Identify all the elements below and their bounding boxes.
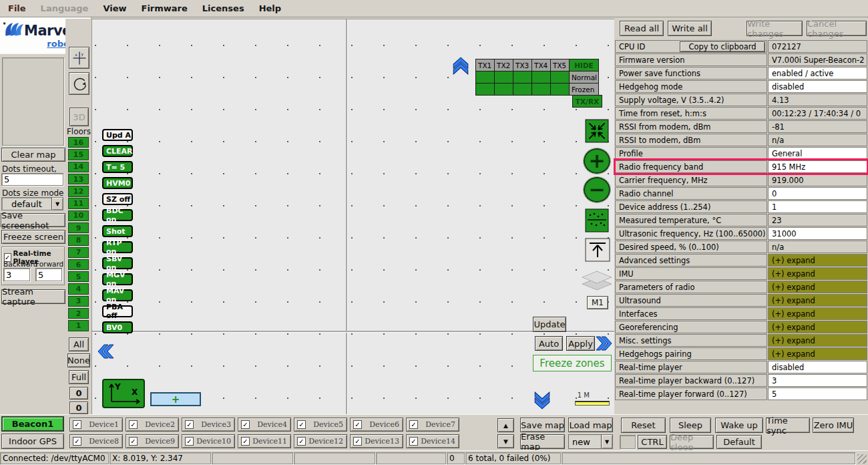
- checkbox-checked-icon[interactable]: ✓: [409, 437, 418, 446]
- save-screenshot-button[interactable]: Save screenshot: [1, 213, 65, 227]
- tx-header-tx5[interactable]: TX5: [550, 59, 570, 71]
- dots-timeout-input[interactable]: [1, 173, 63, 186]
- floor-button-1[interactable]: 1: [68, 320, 89, 331]
- checkbox-checked-icon[interactable]: ✓: [73, 437, 81, 446]
- write-all-button[interactable]: Write all: [668, 21, 712, 36]
- device-scroll-up-button[interactable]: ▲: [497, 418, 514, 432]
- floor-button-7[interactable]: 7: [68, 247, 89, 258]
- device-toggle-device7[interactable]: ✓Device7: [406, 418, 459, 432]
- checkbox-checked-icon[interactable]: ✓: [129, 420, 138, 429]
- param-value[interactable]: disabled: [768, 80, 867, 93]
- chevron-up-icon[interactable]: [452, 56, 469, 75]
- checkbox-checked-icon[interactable]: ✓: [241, 437, 250, 446]
- reset-button[interactable]: Reset: [621, 418, 666, 433]
- menu-firmware[interactable]: Firmware: [139, 2, 190, 15]
- menu-help[interactable]: Help: [256, 2, 284, 15]
- device-toggle-device1[interactable]: ✓Device1: [69, 418, 123, 432]
- tx-cell[interactable]: [550, 71, 570, 84]
- tx-cell[interactable]: [513, 83, 532, 96]
- tx-cell[interactable]: [531, 83, 551, 96]
- param-value[interactable]: (+) expand: [768, 281, 867, 293]
- fit-view-icon[interactable]: [585, 119, 609, 146]
- tx-hide-button[interactable]: HIDE: [569, 59, 599, 71]
- device-toggle-device4[interactable]: ✓Device4: [238, 418, 291, 432]
- device-toggle-device11[interactable]: ✓Device11: [238, 434, 291, 448]
- map-name-select[interactable]: new ▼: [568, 434, 613, 449]
- param-value[interactable]: (+) expand: [768, 334, 867, 347]
- auto-button[interactable]: Auto: [535, 336, 563, 351]
- layers-icon[interactable]: [580, 270, 614, 299]
- update-button[interactable]: Update: [533, 317, 566, 332]
- chevron-right-icon[interactable]: [595, 335, 614, 352]
- zoom-out-icon[interactable]: −: [584, 177, 610, 202]
- tx-header-tx3[interactable]: TX3: [513, 59, 532, 71]
- freeze-screen-button[interactable]: Freeze screen: [1, 230, 65, 244]
- device-toggle-device5[interactable]: ✓Device5: [294, 418, 347, 432]
- chevron-left-icon[interactable]: [96, 343, 115, 360]
- floors-none-button[interactable]: None: [67, 353, 90, 367]
- tx-frozen-button[interactable]: Frozen: [569, 83, 599, 96]
- param-value[interactable]: 0: [768, 187, 867, 200]
- tx-cell[interactable]: [531, 71, 551, 84]
- device-toggle-device3[interactable]: ✓Device3: [182, 418, 235, 432]
- floor-button-3[interactable]: 3: [68, 296, 89, 307]
- device-toggle-device2[interactable]: ✓Device2: [126, 418, 179, 432]
- param-value[interactable]: disabled: [768, 361, 867, 373]
- checkbox-checked-icon[interactable]: ✓: [409, 420, 418, 429]
- floor-button-8[interactable]: 8: [68, 235, 89, 245]
- menu-view[interactable]: View: [100, 2, 129, 15]
- param-value[interactable]: (+) expand: [768, 254, 867, 267]
- dots-size-mode-select[interactable]: default ▼: [1, 197, 63, 210]
- zero-imu-button[interactable]: Zero IMU: [813, 418, 854, 433]
- checkbox-checked-icon[interactable]: ✓: [353, 437, 362, 446]
- floor-button-5[interactable]: 5: [68, 271, 89, 282]
- chevron-down-icon[interactable]: ▼: [51, 198, 63, 210]
- map-toggle-sz-off[interactable]: SZ off: [102, 193, 133, 205]
- device-toggle-device13[interactable]: ✓Device13: [350, 434, 403, 448]
- map-toggle-pba-off[interactable]: PBA off: [102, 305, 133, 317]
- floors-zero-button-2[interactable]: 0: [69, 402, 88, 414]
- apply-button[interactable]: Apply: [566, 336, 595, 351]
- floor-button-2[interactable]: 2: [68, 308, 89, 319]
- param-value[interactable]: 915 MHz: [768, 160, 867, 173]
- param-value[interactable]: 31000: [768, 227, 867, 240]
- menu-licenses[interactable]: Licenses: [200, 2, 247, 15]
- floor-button-6[interactable]: 6: [68, 259, 89, 270]
- param-value[interactable]: (+) expand: [768, 321, 867, 333]
- backward-input[interactable]: [3, 268, 30, 281]
- upload-arrow-icon[interactable]: [585, 238, 610, 265]
- floors-zero-button-1[interactable]: 0: [69, 387, 88, 400]
- checkbox-checked-icon[interactable]: ✓: [129, 437, 138, 446]
- tx-cell[interactable]: [475, 71, 495, 84]
- device-toggle-device10[interactable]: ✓Device10: [182, 434, 235, 448]
- tx-cell[interactable]: [494, 83, 513, 96]
- m1-button[interactable]: M1: [587, 296, 608, 309]
- tx-normal-button[interactable]: Normal: [569, 71, 599, 84]
- ctrl-button[interactable]: CTRL: [638, 435, 667, 449]
- param-value[interactable]: 3: [768, 374, 867, 387]
- copy-to-clipboard-button[interactable]: Copy to clipboard: [680, 41, 765, 52]
- tx-cell[interactable]: [475, 83, 495, 96]
- chevron-down-icon[interactable]: [533, 392, 551, 410]
- map-toggle-t-5[interactable]: T= 5: [102, 161, 133, 173]
- checkbox-checked-icon[interactable]: ✓: [297, 420, 306, 429]
- device-toggle-device9[interactable]: ✓Device9: [126, 434, 179, 448]
- save-map-button[interactable]: Save map: [520, 418, 565, 432]
- floor-button-10[interactable]: 10: [68, 210, 89, 221]
- checkbox-checked-icon[interactable]: ✓: [73, 420, 81, 429]
- clear-map-button[interactable]: Clear map: [1, 148, 65, 162]
- 3d-button[interactable]: 3D: [69, 108, 89, 126]
- dots-view-icon[interactable]: [585, 208, 609, 235]
- checkbox-checked-icon[interactable]: ✓: [353, 420, 362, 429]
- param-value[interactable]: (+) expand: [768, 294, 867, 307]
- floors-full-button[interactable]: Full: [69, 370, 89, 384]
- axes-icon[interactable]: x y: [69, 47, 89, 69]
- device-scroll-down-button[interactable]: ▼: [497, 434, 514, 448]
- menu-file[interactable]: File: [5, 2, 29, 15]
- param-value[interactable]: (+) expand: [768, 267, 867, 280]
- map-toggle-bdc-on[interactable]: BDC on: [102, 209, 133, 221]
- device-toggle-device12[interactable]: ✓Device12: [294, 434, 347, 448]
- map-toggle-rtp-on[interactable]: RTP on: [102, 241, 133, 253]
- forward-input[interactable]: [35, 268, 62, 281]
- map-toggle-mav-on[interactable]: MAV on: [102, 289, 133, 301]
